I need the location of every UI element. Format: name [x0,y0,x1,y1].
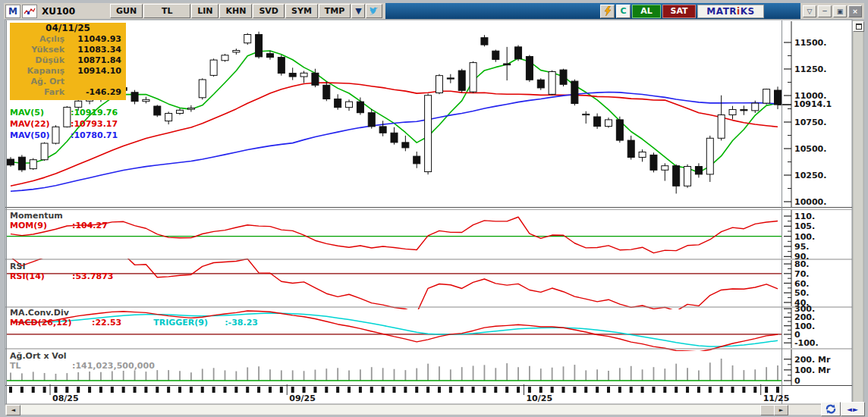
open-value: 11049.93 [64,34,126,45]
svg-text:110.: 110. [794,212,815,221]
sym-button[interactable]: SYM [285,4,318,18]
svg-text:100.: 100. [794,232,815,242]
svg-text:10750.: 10750. [794,118,826,127]
page-nav-buttons[interactable]: ◄► [841,402,865,416]
svg-text:0: 0 [794,376,800,386]
close-button[interactable]: × [848,5,862,17]
wavg-label: Ağ. Ort [10,77,64,87]
mav22-legend: MAV(22):10793.17 [10,119,150,129]
refresh-button[interactable] [821,402,841,416]
scrollbar-thumb[interactable] [760,405,775,415]
momentum-legend: MOM(9):104.27 [10,221,108,230]
toolbar: M XU100 GUN TL LIN KHN SVD SYM TMP ▼ [4,3,385,19]
svg-text:10/25: 10/25 [526,393,552,403]
trade-button-group: C AL SAT MATRiKS [600,5,764,18]
khn-button[interactable]: KHN [219,4,252,18]
c-button[interactable]: C [616,5,631,18]
currency-button-tl[interactable]: TL [143,4,190,18]
volume-legend: TL:141,023,500,000 [10,361,155,371]
matriks-logo: MATRiKS [697,5,764,18]
high-label: Yüksek [10,45,64,55]
rsi-title: RSI [10,262,26,271]
page-left-icon: ◄ [847,406,853,413]
symbol-input[interactable]: XU100 [39,5,110,17]
chart-canvas[interactable]: 11500.11250.11000.10750.10500.10250.1000… [0,0,868,417]
chart-type-icon[interactable] [22,5,37,18]
lightning-icon[interactable] [600,5,615,18]
svg-text:80.: 80. [794,259,810,269]
window-controls: ▽ ─ ▣ × [800,3,864,19]
svg-text:-100.: -100. [794,338,819,348]
info-date: 04/11/25 [10,23,126,34]
twitter-bird-icon [369,7,379,16]
mav5-legend: MAV(5):10919.76 [10,108,150,118]
maximize-button[interactable]: ▣ [833,5,847,17]
restore-box-icon [856,24,862,30]
open-label: Açılış [10,34,64,45]
page-right-icon: ► [853,406,859,413]
twitter-share-button[interactable] [366,4,382,18]
period-button-gun[interactable]: GUN [110,4,143,18]
lightning-glyph-icon [604,6,612,16]
panel-restore-button[interactable] [853,21,864,32]
svg-text:60.: 60. [794,279,810,289]
close-label: Kapanış [10,66,64,77]
svg-text:11/25: 11/25 [763,393,790,403]
ohlc-info-box: 04/11/25 Açılış11049.93 Yüksek11083.34 D… [10,23,126,100]
volume-title: Ağ.Ort x Vol [10,351,67,361]
matriks-chart-window: { "toolbar": { "app_initial": "M", "symb… [0,0,868,417]
svg-text:10000.: 10000. [794,197,826,207]
svg-text:10500.: 10500. [794,144,826,154]
tmp-button[interactable]: TMP [319,4,351,18]
title-bar: M XU100 GUN TL LIN KHN SVD SYM TMP ▼ C A… [4,3,864,19]
candle-glyph-icon [24,7,36,16]
svg-text:09/25: 09/25 [289,393,316,403]
svg-text:105.: 105. [794,221,815,231]
scroll-right-button[interactable]: ► [774,405,788,415]
wavg-value [64,77,126,87]
scroll-left-button[interactable]: ◄ [6,405,20,415]
svg-text:95.: 95. [794,242,810,252]
macd-legend: MACD(26,12):22.53 TRIGGER(9):-38.23 [10,318,258,328]
shade-window-button[interactable]: ▽ [803,5,816,17]
macd-title: MA.Conv.Div [10,308,69,318]
svd-button[interactable]: SVD [253,4,285,18]
minimize-button[interactable]: ─ [818,5,832,17]
app-icon[interactable]: M [5,5,20,18]
momentum-title: Momentum [10,211,63,221]
high-value: 11083.34 [64,45,126,55]
svg-text:11250.: 11250. [794,64,826,74]
last-price-label: 10914.1 [794,99,832,109]
sell-button[interactable]: SAT [662,5,696,18]
svg-text:11500.: 11500. [794,38,826,48]
svg-text:08/25: 08/25 [52,393,79,403]
svg-text:200. Mr: 200. Mr [794,355,831,365]
mav50-legend: MAV(50):10780.71 [10,130,150,140]
svg-text:70.: 70. [794,269,810,279]
buy-button[interactable]: AL [632,5,661,18]
svg-text:10250.: 10250. [794,171,826,180]
svg-text:50.: 50. [794,288,810,298]
low-value: 10871.84 [64,55,126,66]
change-value: -146.29 [64,87,126,98]
low-label: Düşük [10,55,64,66]
refresh-icon [825,404,837,414]
chevron-down-icon[interactable]: ▼ [351,4,365,18]
close-value: 10914.10 [64,66,126,77]
horizontal-scrollbar-track[interactable] [6,405,788,414]
rsi-legend: RSI(14):53.7873 [10,271,114,281]
change-label: Fark [10,87,64,98]
scale-button-lin[interactable]: LIN [191,4,219,18]
svg-text:100. Mr: 100. Mr [794,365,831,375]
